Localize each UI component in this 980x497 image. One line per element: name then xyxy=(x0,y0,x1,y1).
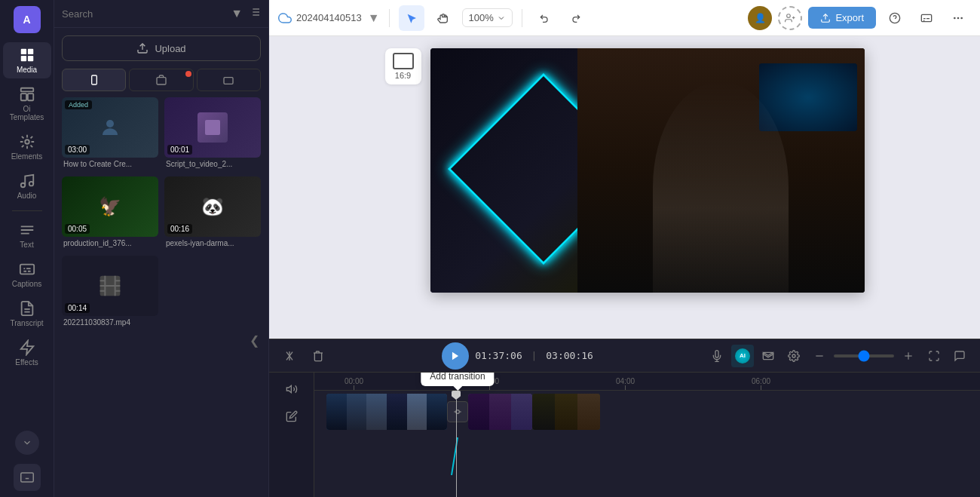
aspect-icon xyxy=(393,53,414,69)
sidebar-item-templates[interactable]: Oi Templates xyxy=(3,81,51,126)
zoom-in-button[interactable] xyxy=(897,345,920,367)
add-collaborator-button[interactable] xyxy=(778,6,802,30)
sidebar-item-captions[interactable]: Captions xyxy=(3,256,51,293)
media-duration: 03:00 xyxy=(65,145,90,155)
sidebar-item-audio[interactable]: Audio xyxy=(3,168,51,204)
text-icon xyxy=(19,222,35,238)
media-item-5[interactable]: 00:14 xyxy=(62,256,158,316)
edit-button[interactable] xyxy=(281,406,302,427)
keyboard-shortcut-button[interactable] xyxy=(14,464,41,491)
film-icon xyxy=(98,274,122,298)
upload-button[interactable]: Upload xyxy=(62,35,261,61)
svg-point-7 xyxy=(25,140,29,144)
video-clip-2[interactable] xyxy=(468,394,532,430)
sidebar-item-text[interactable]: Text xyxy=(3,217,51,253)
zoom-out-button[interactable] xyxy=(808,345,831,367)
user-avatar[interactable]: A xyxy=(14,6,41,33)
ruler-time: 06:00 xyxy=(752,377,770,385)
project-dropdown-arrow-icon[interactable]: ▼ xyxy=(368,11,380,25)
ai-feature-button[interactable]: AI xyxy=(731,345,754,367)
person-area xyxy=(577,48,864,293)
media-grid: Added 03:00 How to Create Cre... 00:01 S… xyxy=(54,97,268,329)
undo-button[interactable] xyxy=(531,5,557,31)
upload-label: Upload xyxy=(155,43,185,54)
templates-icon xyxy=(19,86,35,103)
delete-button[interactable] xyxy=(307,345,329,367)
ai-icon: AI xyxy=(735,348,750,364)
settings-icon xyxy=(788,350,800,362)
list-item: Added 03:00 How to Create Cre... xyxy=(62,97,158,170)
view-portrait-button[interactable] xyxy=(62,69,126,91)
media-item-2[interactable]: 00:01 xyxy=(164,97,261,158)
view-landscape-badge-button[interactable] xyxy=(129,69,193,91)
svg-rect-14 xyxy=(20,473,33,482)
collapse-panel-button[interactable]: ❮ xyxy=(245,332,264,349)
project-name: 202404140513 xyxy=(296,12,362,23)
svg-point-9 xyxy=(29,182,33,186)
dropdown-arrow-icon[interactable]: ▼ xyxy=(231,7,243,20)
svg-rect-50 xyxy=(908,352,908,359)
hand-icon xyxy=(437,12,449,24)
sort-icon[interactable] xyxy=(249,6,261,21)
cloud-save[interactable]: 202404140513 xyxy=(278,11,362,25)
microphone-button[interactable] xyxy=(706,345,728,367)
sidebar-collapse-button[interactable] xyxy=(15,431,39,455)
sidebar-item-elements[interactable]: Elements xyxy=(3,129,51,165)
list-item: 00:14 202211030837.mp4 xyxy=(62,256,158,329)
redo-button[interactable] xyxy=(563,5,589,31)
search-input[interactable] xyxy=(62,8,225,20)
zoom-range-input[interactable] xyxy=(834,354,894,357)
aspect-ratio-control[interactable]: 16:9 xyxy=(385,48,421,84)
timeline-scroll[interactable]: 00:00 02:00 04:00 06:00 xyxy=(314,373,980,497)
ruler-mark-line xyxy=(625,385,626,390)
video-clip-1[interactable] xyxy=(326,394,447,430)
user-profile-avatar[interactable]: 👤 xyxy=(748,6,772,30)
media-item-3[interactable]: 🦅 00:05 xyxy=(62,176,158,237)
sidebar-item-media[interactable]: Media xyxy=(3,42,51,78)
svg-rect-4 xyxy=(20,88,33,92)
zoom-control[interactable]: 100% xyxy=(462,8,513,27)
toolbar-divider-2 xyxy=(522,9,522,27)
more-options-button[interactable] xyxy=(945,5,971,31)
sidebar-item-effects[interactable]: Effects xyxy=(3,335,51,371)
video-canvas xyxy=(430,48,865,293)
media-duration: 00:01 xyxy=(167,145,192,155)
help-button[interactable] xyxy=(882,5,908,31)
list-item: 🦅 00:05 production_id_376... xyxy=(62,176,158,250)
media-item-1[interactable]: Added 03:00 xyxy=(62,97,158,158)
video-clip-3[interactable] xyxy=(532,394,600,430)
volume-button[interactable] xyxy=(281,379,302,400)
microphone-icon xyxy=(711,350,723,362)
captions-panel-button[interactable] xyxy=(914,5,939,31)
zoom-level: 100% xyxy=(469,12,494,23)
select-tool-button[interactable] xyxy=(399,5,424,31)
timeline-settings-button[interactable] xyxy=(782,345,805,367)
scenes-button[interactable] xyxy=(757,345,779,367)
ruler-mark-line xyxy=(761,385,761,390)
person-background xyxy=(577,48,864,293)
split-icon xyxy=(283,350,296,362)
time-separator: | xyxy=(531,350,537,361)
fullscreen-button[interactable] xyxy=(923,345,945,367)
split-clip-button[interactable] xyxy=(278,345,301,367)
icon-sidebar: A Media Oi Templates Elements Audio Text xyxy=(0,0,54,497)
ruler-mark-6: 06:00 xyxy=(752,377,770,390)
sidebar-item-label: Media xyxy=(17,66,37,74)
media-item-4[interactable]: 🐼 00:16 xyxy=(164,176,261,237)
svg-rect-1 xyxy=(27,49,32,54)
plus-icon xyxy=(903,351,914,361)
svg-rect-0 xyxy=(20,49,26,54)
tracks-area: Add transition xyxy=(314,391,980,433)
export-button[interactable]: Export xyxy=(808,7,876,29)
comment-button[interactable] xyxy=(948,345,971,367)
panel-collapse: ❮ xyxy=(54,329,268,352)
view-grid-button[interactable] xyxy=(197,69,261,91)
media-title: 202211030837.mp4 xyxy=(62,316,158,329)
hand-tool-button[interactable] xyxy=(430,5,456,31)
media-duration: 00:16 xyxy=(167,224,192,234)
upload-icon xyxy=(136,42,149,54)
play-button[interactable] xyxy=(442,342,469,370)
sidebar-item-transcript[interactable]: Transcript xyxy=(3,296,51,332)
playhead[interactable] xyxy=(452,391,461,497)
add-person-icon xyxy=(785,13,795,23)
